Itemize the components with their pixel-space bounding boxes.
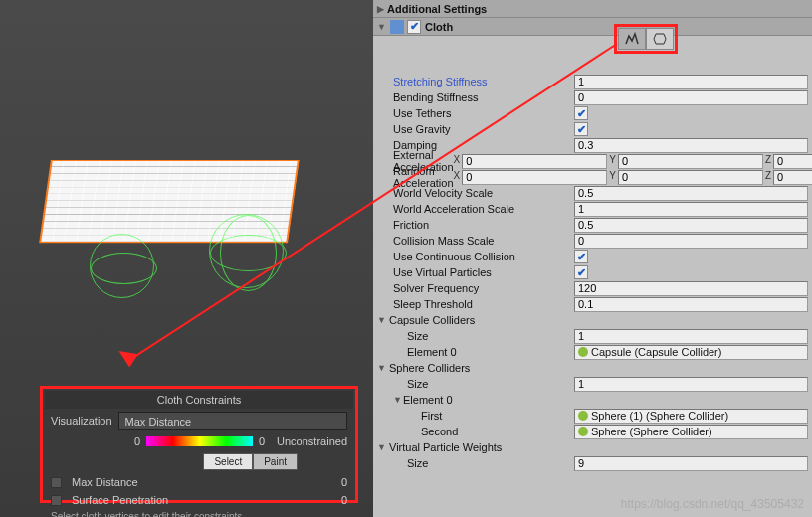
use-tethers-label: Use Tethers <box>377 107 574 119</box>
capsule-colliders-label: Capsule Colliders <box>387 314 584 326</box>
bending-stiffness-input[interactable] <box>574 90 808 105</box>
use-continuous-collision-label: Use Continuous Collision <box>377 251 574 262</box>
world-velocity-scale-label: World Velocity Scale <box>377 187 574 199</box>
foldout-icon: ▶ <box>377 4 387 14</box>
capsule-element0-label: Element 0 <box>377 346 574 358</box>
edit-collision-button[interactable] <box>646 28 674 50</box>
damping-input[interactable] <box>574 138 808 153</box>
stretching-stiffness-label: Stretching Stiffness <box>377 76 574 87</box>
stretching-stiffness-input[interactable] <box>574 75 808 89</box>
scene-view[interactable]: Cloth Constraints Visualization Max Dist… <box>0 0 373 517</box>
world-acceleration-scale-input[interactable] <box>574 202 808 217</box>
use-virtual-particles-label: Use Virtual Particles <box>377 266 574 278</box>
rand-accel-x[interactable] <box>462 170 607 185</box>
collider-icon <box>578 411 588 421</box>
surface-penetration-label: Surface Penetration <box>72 494 168 506</box>
solver-frequency-label: Solver Frequency <box>377 282 574 294</box>
unconstrained-label: Unconstrained <box>277 435 347 447</box>
cloth-constraints-panel: Cloth Constraints Visualization Max Dist… <box>40 386 358 503</box>
sphere-element0-label: Element 0 <box>401 394 584 406</box>
panel-title: Cloth Constraints <box>45 391 353 409</box>
sleep-threshold-input[interactable] <box>574 297 808 312</box>
random-acceleration-label: Random Acceleration <box>377 165 454 189</box>
capsule-element0-field[interactable]: Capsule (Capsule Collider) <box>574 345 808 360</box>
virtual-particle-weights-label: Virtual Particle Weights <box>387 441 584 453</box>
max-distance-label: Max Distance <box>72 476 138 488</box>
bending-stiffness-label: Bending Stiffness <box>377 91 574 103</box>
sphere-size-input[interactable] <box>574 377 808 392</box>
sleep-threshold-label: Sleep Threshold <box>377 298 574 310</box>
capsule-size-label: Size <box>377 330 574 342</box>
additional-settings-header[interactable]: ▶ Additional Settings <box>373 0 812 18</box>
vpw-size-label: Size <box>377 457 574 469</box>
panel-footer: Select cloth vertices to edit their cons… <box>45 509 353 517</box>
surface-penetration-checkbox[interactable] <box>51 495 62 506</box>
enable-checkbox[interactable]: ✔ <box>407 20 421 34</box>
foldout-icon: ▼ <box>377 22 387 32</box>
watermark: https://blog.csdn.net/qq_43505432 <box>621 497 804 511</box>
gradient-bar <box>146 436 253 446</box>
edit-constraints-button[interactable] <box>618 28 646 50</box>
world-velocity-scale-input[interactable] <box>574 186 808 201</box>
foldout-icon[interactable]: ▼ <box>377 395 401 405</box>
gradient-min: 0 <box>134 435 140 447</box>
foldout-icon[interactable]: ▼ <box>377 315 387 325</box>
cloth-tools <box>614 24 678 54</box>
sphere-first-label: First <box>377 410 574 422</box>
use-gravity-checkbox[interactable]: ✔ <box>574 122 588 136</box>
solver-frequency-input[interactable] <box>574 281 808 296</box>
vpw-size-input[interactable] <box>574 456 808 471</box>
component-icon <box>390 20 404 34</box>
use-virtual-particles-checkbox[interactable]: ✔ <box>574 265 588 279</box>
capsule-size-input[interactable] <box>574 329 808 344</box>
collider-icon <box>578 347 588 357</box>
rand-accel-z[interactable] <box>773 170 812 185</box>
max-distance-checkbox[interactable] <box>51 477 62 488</box>
inspector-panel: ▶ Additional Settings ▼ ✔ Cloth Stretchi… <box>373 0 812 517</box>
ext-accel-x[interactable] <box>462 154 607 169</box>
friction-input[interactable] <box>574 218 808 233</box>
select-button[interactable]: Select <box>203 453 253 470</box>
collision-mass-scale-input[interactable] <box>574 234 808 249</box>
use-tethers-checkbox[interactable]: ✔ <box>574 106 588 120</box>
sphere-collider-gizmo <box>209 214 284 288</box>
ext-accel-z[interactable] <box>773 154 812 169</box>
max-distance-value: 0 <box>341 476 347 488</box>
cloth-component-header[interactable]: ▼ ✔ Cloth <box>373 18 812 36</box>
collider-icon <box>578 427 588 436</box>
world-acceleration-scale-label: World Acceleration Scale <box>377 203 574 215</box>
collision-mass-scale-label: Collision Mass Scale <box>377 235 574 247</box>
foldout-icon[interactable]: ▼ <box>377 363 387 373</box>
sphere-size-label: Size <box>377 378 574 390</box>
sphere-second-label: Second <box>377 426 574 437</box>
use-continuous-collision-checkbox[interactable]: ✔ <box>574 250 588 263</box>
paint-button[interactable]: Paint <box>253 453 298 470</box>
surface-penetration-value: 0 <box>341 494 347 506</box>
sphere-second-field[interactable]: Sphere (Sphere Collider) <box>574 425 808 439</box>
visualization-label: Visualization <box>51 415 112 427</box>
sphere-collider-gizmo <box>90 234 154 298</box>
rand-accel-y[interactable] <box>618 170 763 185</box>
foldout-icon[interactable]: ▼ <box>377 442 387 452</box>
gradient-max: 0 <box>259 435 265 447</box>
sphere-colliders-label: Sphere Colliders <box>387 362 584 374</box>
visualization-dropdown[interactable]: Max Distance <box>118 412 347 430</box>
ext-accel-y[interactable] <box>618 154 763 169</box>
friction-label: Friction <box>377 219 574 231</box>
sphere-first-field[interactable]: Sphere (1) (Sphere Collider) <box>574 409 808 424</box>
